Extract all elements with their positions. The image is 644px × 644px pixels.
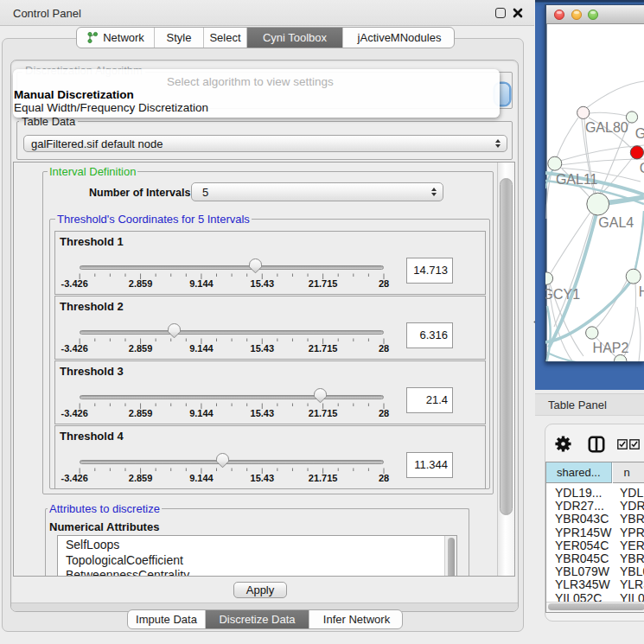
svg-text:HAP2: HAP2 [593, 341, 629, 355]
svg-text:GAL4: GAL4 [598, 215, 634, 230]
svg-text:GA: GA [635, 126, 644, 141]
svg-text:GAL80: GAL80 [585, 120, 628, 135]
svg-text:H: H [639, 284, 644, 299]
svg-text:GAL11: GAL11 [556, 172, 598, 187]
svg-text:GCY1: GCY1 [545, 287, 580, 302]
svg-text:C: C [640, 161, 644, 175]
